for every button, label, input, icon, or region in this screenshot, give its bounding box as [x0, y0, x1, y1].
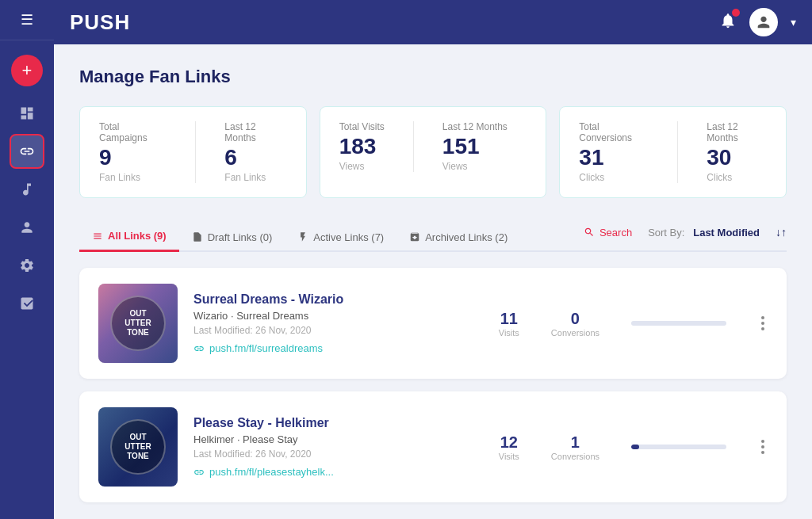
- stat-card-inner: Total Campaigns 9 Fan Links Last 12 Mont…: [99, 121, 287, 183]
- content-area: Manage Fan Links Total Campaigns 9 Fan L…: [54, 44, 812, 519]
- sort-direction-icon[interactable]: ↓↑: [776, 226, 787, 239]
- menu-dot-3: [761, 327, 764, 330]
- link-url-surreal[interactable]: push.fm/fl/surrealdreams: [193, 342, 483, 354]
- link-progress-helkimer: [631, 445, 726, 449]
- stat-value-total-visits: 183: [339, 135, 385, 158]
- notification-badge: [732, 9, 740, 17]
- link-thumbnail-surreal: OUTUTTERTONE: [98, 284, 178, 363]
- link-card-surreal-dreams: OUTUTTERTONE Surreal Dreams - Wizario Wi…: [79, 268, 787, 379]
- user-dropdown-chevron[interactable]: ▾: [791, 16, 796, 29]
- sidebar-item-user[interactable]: [10, 210, 44, 245]
- link-info-helkimer: Please Stay - Helkimer Helkimer · Please…: [193, 416, 483, 478]
- stat-label-12m-conversions: Last 12 Months: [707, 121, 767, 143]
- sidebar-nav: +: [0, 40, 54, 321]
- search-button[interactable]: Search: [584, 227, 632, 239]
- settings-icon: [19, 258, 35, 273]
- sidebar-item-settings[interactable]: [10, 248, 44, 283]
- tabs-row: All Links (9) Draft Links (0) Active Lin…: [79, 220, 787, 252]
- sidebar-item-music[interactable]: [10, 172, 44, 207]
- stat-value-total-conversions: 31: [579, 147, 649, 169]
- stat-sub-12m-campaigns: Fan Links: [224, 172, 286, 183]
- stat-group-12m-campaigns: Last 12 Months 6 Fan Links: [224, 121, 286, 183]
- stat-sub-total-conversions: Clicks: [579, 172, 649, 183]
- stat-value-total-campaigns: 9: [99, 147, 167, 169]
- link-url-icon-helkimer: [193, 467, 205, 478]
- progress-bar-bg-helkimer: [631, 445, 726, 449]
- link-date-helkimer: Last Modified: 26 Nov, 2020: [193, 448, 483, 460]
- thumb-text-surreal: OUTUTTERTONE: [124, 309, 151, 338]
- tab-active-links[interactable]: Active Links (7): [285, 223, 396, 251]
- stats-row: Total Campaigns 9 Fan Links Last 12 Mont…: [79, 106, 787, 198]
- music-icon: [19, 181, 35, 197]
- link-thumbnail-helkimer: OUTUTTERTONE: [98, 407, 178, 487]
- stat-card-inner-visits: Total Visits 183 Views Last 12 Months 15…: [339, 121, 527, 172]
- topnav-right: ▾: [719, 8, 796, 36]
- link-stat-conversions-surreal: 0 Conversions: [551, 310, 599, 338]
- sidebar: ☰ +: [0, 0, 54, 519]
- hamburger-icon[interactable]: ☰: [21, 11, 33, 29]
- thumb-text-helkimer: OUTUTTERTONE: [124, 433, 151, 461]
- topnav: PUSH ▾: [54, 0, 812, 44]
- thumb-surreal-bg: OUTUTTERTONE: [98, 284, 178, 363]
- link-stat-visits-helkimer: 12 Visits: [499, 433, 519, 461]
- stat-divider-conversions: [677, 121, 678, 183]
- thumb-helkimer-bg: OUTUTTERTONE: [98, 407, 178, 487]
- page-title: Manage Fan Links: [79, 67, 787, 87]
- menu-dot-1: [761, 316, 764, 319]
- tab-archived-links[interactable]: Archived Links (2): [396, 223, 520, 251]
- tab-draft-links[interactable]: Draft Links (0): [179, 223, 285, 251]
- menu-dot-2: [761, 322, 764, 325]
- sidebar-header: ☰: [0, 0, 54, 40]
- stat-label-12m-campaigns: Last 12 Months: [224, 121, 286, 143]
- stat-group-total-campaigns: Total Campaigns 9 Fan Links: [99, 121, 167, 183]
- notification-button[interactable]: [719, 12, 737, 33]
- stat-group-12m-visits: Last 12 Months 151 Views: [442, 121, 508, 172]
- stat-value-12m-conversions: 30: [707, 147, 767, 169]
- active-links-icon: [297, 231, 308, 242]
- tabs-actions: Search Sort By: Last Modified ↓↑: [584, 226, 787, 245]
- thumb-circle-surreal: OUTUTTERTONE: [110, 296, 166, 351]
- stat-card-visits: Total Visits 183 Views Last 12 Months 15…: [320, 106, 547, 198]
- stat-label-total-campaigns: Total Campaigns: [99, 121, 167, 143]
- sidebar-item-analytics[interactable]: [10, 286, 44, 321]
- stat-group-total-visits: Total Visits 183 Views: [339, 121, 385, 172]
- stat-card-inner-conversions: Total Conversions 31 Clicks Last 12 Mont…: [579, 121, 767, 183]
- link-card-please-stay: OUTUTTERTONE Please Stay - Helkimer Helk…: [79, 391, 787, 502]
- stat-value-12m-campaigns: 6: [224, 147, 286, 169]
- thumb-circle-helkimer: OUTUTTERTONE: [110, 419, 166, 475]
- dashboard-icon: [19, 105, 35, 121]
- archived-links-icon: [409, 231, 420, 242]
- stat-label-12m-visits: Last 12 Months: [442, 121, 508, 132]
- stat-value-12m-visits: 151: [442, 135, 508, 158]
- link-menu-helkimer[interactable]: [758, 437, 768, 457]
- link-url-icon-surreal: [193, 343, 205, 354]
- tab-all-links[interactable]: All Links (9): [79, 222, 179, 252]
- link-icon: [19, 143, 35, 159]
- stat-card-campaigns: Total Campaigns 9 Fan Links Last 12 Mont…: [79, 106, 307, 198]
- draft-icon: [192, 231, 203, 242]
- sort-value: Last Modified: [693, 227, 760, 239]
- link-progress-surreal: [631, 321, 726, 326]
- stat-divider: [195, 121, 196, 183]
- link-url-helkimer[interactable]: push.fm/fl/pleasestayhelk...: [193, 466, 483, 478]
- stat-group-total-conversions: Total Conversions 31 Clicks: [579, 121, 649, 183]
- sidebar-add-button[interactable]: +: [11, 55, 43, 86]
- stat-sub-total-visits: Views: [339, 161, 385, 172]
- link-stat-conversions-helkimer: 1 Conversions: [551, 433, 599, 461]
- menu-dot-h3: [761, 451, 764, 454]
- search-icon: [584, 227, 595, 238]
- link-menu-surreal[interactable]: [758, 313, 768, 334]
- sort-by-label: Sort By: Last Modified: [648, 227, 760, 239]
- user-icon: [19, 219, 35, 235]
- progress-bar-bg-surreal: [631, 321, 726, 326]
- sidebar-item-links[interactable]: [10, 134, 44, 169]
- link-title-helkimer: Please Stay - Helkimer: [193, 416, 483, 430]
- sidebar-item-dashboard[interactable]: [10, 96, 44, 131]
- stat-group-12m-conversions: Last 12 Months 30 Clicks: [707, 121, 767, 183]
- progress-bar-fill-helkimer: [631, 445, 639, 449]
- user-avatar[interactable]: [749, 8, 778, 36]
- app-logo: PUSH: [70, 10, 130, 35]
- stat-label-total-conversions: Total Conversions: [579, 121, 649, 143]
- main-area: PUSH ▾ Manage Fan Links Total Campaigns …: [54, 0, 812, 519]
- stat-sub-12m-visits: Views: [442, 161, 508, 172]
